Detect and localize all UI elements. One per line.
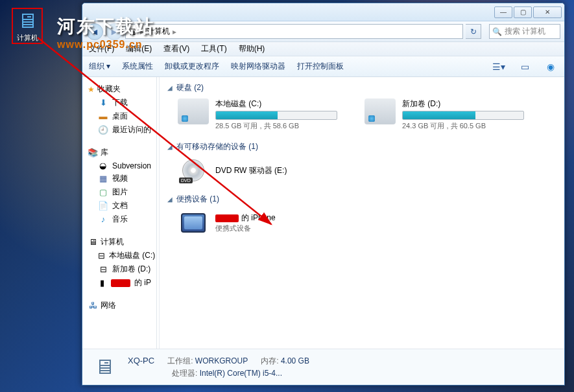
sidebar-item-documents[interactable]: 📄文档 bbox=[82, 199, 156, 213]
capacity-bar bbox=[402, 111, 524, 120]
library-icon: 📚 bbox=[88, 148, 98, 157]
collapse-icon: ◢ bbox=[167, 84, 173, 91]
control-panel-button[interactable]: 打开控制面板 bbox=[297, 61, 344, 72]
pictures-icon: ▢ bbox=[98, 187, 108, 197]
sidebar-item-subversion[interactable]: ◒Subversion bbox=[82, 159, 156, 172]
music-icon: ♪ bbox=[98, 214, 108, 224]
drive-free-text: 28.5 GB 可用 , 共 58.6 GB bbox=[215, 121, 346, 131]
menu-edit[interactable]: 编辑(E) bbox=[126, 43, 152, 54]
toolbar: 组织 ▾ 系统属性 卸载或更改程序 映射网络驱动器 打开控制面板 ☰▾ ▭ ◉ bbox=[82, 56, 564, 77]
menu-file[interactable]: 文件(F) bbox=[89, 43, 114, 54]
recent-icon: 🕘 bbox=[98, 125, 108, 135]
menu-help[interactable]: 帮助(H) bbox=[239, 43, 265, 54]
redacted-text bbox=[111, 279, 130, 287]
network-icon: 🖧 bbox=[88, 301, 98, 310]
hdd-icon bbox=[178, 98, 209, 124]
sidebar-libraries[interactable]: 📚库 bbox=[82, 146, 156, 159]
dvd-drive[interactable]: DVD DVD RW 驱动器 (E:) bbox=[167, 157, 556, 183]
category-hard-disks[interactable]: ◢硬盘 (2) bbox=[167, 82, 556, 93]
search-icon: 🔍 bbox=[492, 27, 502, 36]
maximize-button[interactable]: ▢ bbox=[514, 6, 532, 18]
redacted-text bbox=[215, 214, 239, 222]
video-icon: ▦ bbox=[98, 174, 108, 183]
chevron-right-icon: ▸ bbox=[173, 27, 176, 36]
drive-label: 新加卷 (D:) bbox=[402, 98, 533, 110]
computer-icon: 🖥 bbox=[90, 353, 119, 382]
view-options-button[interactable]: ☰▾ bbox=[492, 60, 506, 74]
organize-button[interactable]: 组织 ▾ bbox=[89, 61, 110, 72]
sidebar-item-drive-d[interactable]: ⊟新加卷 (D:) bbox=[82, 262, 156, 276]
close-button[interactable]: ✕ bbox=[533, 6, 562, 18]
minimize-button[interactable]: — bbox=[494, 6, 512, 18]
forward-button[interactable]: ► bbox=[106, 23, 123, 40]
sidebar-favorites[interactable]: ★收藏夹 bbox=[82, 82, 156, 96]
document-icon: 📄 bbox=[98, 201, 108, 211]
desktop-icon-label: 计算机 bbox=[13, 33, 42, 43]
pc-name: XQ-PC bbox=[128, 356, 154, 367]
sidebar-item-pictures[interactable]: ▢图片 bbox=[82, 185, 156, 199]
computer-icon: 🖥 bbox=[13, 9, 42, 33]
collapse-icon: ◢ bbox=[167, 196, 173, 203]
preview-pane-button[interactable]: ▭ bbox=[518, 60, 532, 74]
dvd-icon: DVD bbox=[178, 157, 209, 183]
sidebar-item-drive-c[interactable]: ⊟本地磁盘 (C:) bbox=[82, 249, 156, 262]
iphone-device[interactable]: 的 iPhone 便携式设备 bbox=[167, 210, 556, 236]
titlebar[interactable]: — ▢ ✕ bbox=[82, 3, 564, 21]
device-label: DVD RW 驱动器 (E:) bbox=[215, 165, 287, 176]
map-drive-button[interactable]: 映射网络驱动器 bbox=[231, 61, 285, 72]
navigation-pane: ★收藏夹 ⬇下载 ▬桌面 🕘最近访问的 📚库 ◒Subversion ▦视频 ▢… bbox=[82, 77, 157, 349]
sidebar-item-videos[interactable]: ▦视频 bbox=[82, 172, 156, 185]
sidebar-item-desktop[interactable]: ▬桌面 bbox=[82, 110, 156, 123]
drive-label: 本地磁盘 (C:) bbox=[215, 98, 346, 110]
category-portable[interactable]: ◢便携设备 (1) bbox=[167, 194, 556, 205]
search-input[interactable]: 🔍 搜索 计算机 bbox=[489, 24, 560, 39]
address-bar[interactable]: 🖥 ▸ 计算机 ▸ bbox=[125, 24, 463, 39]
collapse-icon: ◢ bbox=[167, 143, 173, 150]
hdd-icon: ⊟ bbox=[98, 264, 108, 274]
menu-bar: 文件(F) 编辑(E) 查看(V) 工具(T) 帮助(H) bbox=[82, 42, 564, 56]
chevron-right-icon: ▸ bbox=[140, 27, 144, 36]
system-properties-button[interactable]: 系统属性 bbox=[122, 61, 153, 72]
details-pane: 🖥 XQ-PC 工作组: WORKGROUP 内存: 4.00 GB 处理器: … bbox=[82, 349, 564, 385]
refresh-button[interactable]: ↻ bbox=[466, 24, 481, 39]
sidebar-computer[interactable]: 🖥计算机 bbox=[82, 235, 156, 249]
star-icon: ★ bbox=[88, 85, 95, 94]
device-label: 的 iPhone bbox=[215, 213, 276, 224]
hdd-icon bbox=[365, 98, 396, 124]
uninstall-program-button[interactable]: 卸载或更改程序 bbox=[165, 61, 219, 72]
breadcrumb-computer[interactable]: 计算机 bbox=[147, 26, 170, 37]
sidebar-item-music[interactable]: ♪音乐 bbox=[82, 213, 156, 226]
device-sublabel: 便携式设备 bbox=[215, 224, 276, 233]
phone-icon: ▮ bbox=[98, 278, 107, 288]
sidebar-item-downloads[interactable]: ⬇下载 bbox=[82, 96, 156, 110]
desktop-computer-icon[interactable]: 🖥 计算机 bbox=[12, 8, 43, 44]
sidebar-item-recent[interactable]: 🕘最近访问的 bbox=[82, 123, 156, 137]
navigation-bar: ◄ ► 🖥 ▸ 计算机 ▸ ↻ 🔍 搜索 计算机 bbox=[82, 21, 564, 42]
computer-icon: 🖥 bbox=[128, 27, 138, 37]
svn-icon: ◒ bbox=[98, 161, 108, 170]
drive-d[interactable]: 新加卷 (D:) 24.3 GB 可用 , 共 60.5 GB bbox=[365, 98, 533, 131]
download-icon: ⬇ bbox=[98, 98, 108, 108]
category-removable[interactable]: ◢有可移动存储的设备 (1) bbox=[167, 141, 556, 152]
capacity-bar bbox=[215, 111, 337, 120]
hdd-icon: ⊟ bbox=[98, 251, 105, 260]
menu-view[interactable]: 查看(V) bbox=[163, 43, 189, 54]
help-button[interactable]: ◉ bbox=[544, 60, 558, 74]
phone-device-icon bbox=[178, 210, 209, 236]
sidebar-item-iphone[interactable]: ▮的 iP bbox=[82, 276, 156, 290]
computer-icon: 🖥 bbox=[88, 237, 98, 247]
drive-c[interactable]: 本地磁盘 (C:) 28.5 GB 可用 , 共 58.6 GB bbox=[178, 98, 346, 131]
explorer-window: — ▢ ✕ ◄ ► 🖥 ▸ 计算机 ▸ ↻ 🔍 搜索 计算机 文件(F) 编辑(… bbox=[82, 3, 565, 386]
sidebar-network[interactable]: 🖧网络 bbox=[82, 299, 156, 312]
content-pane: ◢硬盘 (2) 本地磁盘 (C:) 28.5 GB 可用 , 共 58.6 GB bbox=[160, 77, 564, 349]
menu-tools[interactable]: 工具(T) bbox=[201, 43, 226, 54]
back-button[interactable]: ◄ bbox=[86, 23, 103, 40]
drive-free-text: 24.3 GB 可用 , 共 60.5 GB bbox=[402, 121, 533, 131]
desktop-icon: ▬ bbox=[98, 111, 108, 121]
